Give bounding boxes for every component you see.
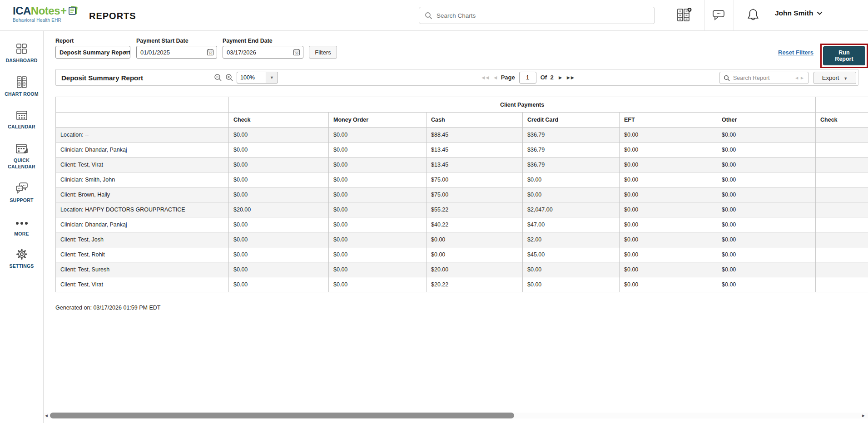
- scrollbar-thumb[interactable]: [50, 413, 514, 418]
- amount-cell: $0.00: [329, 187, 427, 202]
- chevron-down-icon: [817, 11, 823, 15]
- first-page-button[interactable]: ◄◄: [481, 74, 489, 81]
- search-report-input[interactable]: [733, 75, 783, 81]
- group-header-row: Client Payments: [56, 97, 868, 113]
- amount-cell: $0.00: [229, 247, 329, 262]
- zoom-dropdown-button[interactable]: ▼: [266, 72, 278, 84]
- column-header: EFT: [620, 113, 717, 128]
- row-label-cell: Client: Test, Suresh: [56, 262, 229, 277]
- new-chart-cabinet-icon[interactable]: [676, 7, 693, 23]
- amount-cell: $0.00: [620, 247, 717, 262]
- sidebar-item-support[interactable]: SUPPORT: [1, 182, 43, 203]
- sidebar-item-more[interactable]: MORE: [1, 216, 43, 237]
- search-charts-input[interactable]: [436, 12, 649, 19]
- sidebar-item-label: QUICK CALENDAR: [8, 157, 36, 170]
- notifications-bell-icon[interactable]: [746, 8, 760, 22]
- amount-cell: $0.00: [717, 277, 816, 292]
- search-prev-icon[interactable]: ◄: [794, 75, 800, 80]
- user-name: John Smith: [775, 9, 813, 17]
- scroll-left-icon[interactable]: ◄: [44, 413, 49, 418]
- last-page-button[interactable]: ►►: [566, 74, 574, 81]
- amount-cell: $0.00: [717, 262, 816, 277]
- amount-cell: $20.00: [427, 262, 523, 277]
- search-report-box[interactable]: ◄►: [719, 72, 808, 84]
- amount-cell: $36.79: [523, 143, 620, 157]
- next-page-button[interactable]: ►: [558, 74, 562, 81]
- messages-icon[interactable]: [712, 9, 725, 21]
- user-menu[interactable]: John Smith: [775, 9, 823, 17]
- sidebar-item-dashboard[interactable]: DASHBOARD: [1, 43, 43, 64]
- calendar-icon: [15, 109, 28, 121]
- amount-cell: $75.00: [427, 187, 523, 202]
- amount-cell: [816, 217, 868, 232]
- calendar-picker-icon[interactable]: 30: [293, 49, 300, 56]
- amount-cell: $0.00: [620, 217, 717, 232]
- zoom-level-input[interactable]: [237, 72, 266, 84]
- group-header-cell: [56, 97, 229, 113]
- export-button[interactable]: Export▼: [813, 72, 856, 84]
- row-label-cell: Client: Test, Virat: [56, 277, 229, 292]
- sidebar-nav: DASHBOARD CHART ROOM CALENDAR: [0, 31, 44, 423]
- amount-cell: $0.00: [427, 247, 523, 262]
- row-label-cell: Clinician: Dhandar, Pankaj: [56, 217, 229, 232]
- generated-timestamp: Generated on: 03/17/2026 01:59 PM EDT: [55, 305, 160, 311]
- amount-cell: $0.00: [717, 247, 816, 262]
- svg-text:30: 30: [209, 52, 213, 55]
- amount-cell: $0.00: [620, 187, 717, 202]
- run-report-highlight: Run Report: [820, 44, 868, 68]
- zoom-in-icon[interactable]: [225, 74, 233, 82]
- amount-cell: $0.00: [329, 128, 427, 143]
- start-date-input[interactable]: [140, 49, 199, 56]
- sidebar-item-settings[interactable]: SETTINGS: [1, 248, 43, 269]
- amount-cell: $0.00: [329, 247, 427, 262]
- table-row: Client: Test, Josh$0.00$0.00$0.00$2.00$0…: [56, 232, 868, 247]
- amount-cell: $0.00: [329, 143, 427, 157]
- main-content: Report Deposit Summary Report ▼ Payment …: [44, 31, 868, 423]
- amount-cell: $0.00: [329, 202, 427, 217]
- table-row: Clinician: Dhandar, Pankaj$0.00$0.00$13.…: [56, 143, 868, 157]
- scroll-right-icon[interactable]: ►: [861, 413, 866, 418]
- report-select-value: Deposit Summary Report: [60, 49, 130, 56]
- table-row: Clinician: Dhandar, Pankaj$0.00$0.00$40.…: [56, 217, 868, 232]
- svg-text:30: 30: [295, 52, 299, 55]
- end-date-input[interactable]: [227, 49, 286, 56]
- report-table: Client PaymentsCheckMoney OrderCashCredi…: [55, 97, 868, 292]
- report-select[interactable]: Deposit Summary Report ▼: [55, 46, 130, 59]
- zoom-out-icon[interactable]: [214, 74, 222, 82]
- sidebar-item-chart-room[interactable]: CHART ROOM: [1, 76, 43, 97]
- logo-document-icon: [68, 5, 79, 16]
- column-header: Credit Card: [523, 113, 620, 128]
- support-chat-icon: [15, 182, 29, 195]
- previous-page-button[interactable]: ◄: [493, 74, 497, 81]
- amount-cell: $0.00: [229, 262, 329, 277]
- top-bar: ICANotes+ Behavioral Health EHR REPORTS: [0, 0, 868, 31]
- sidebar-item-quick-calendar[interactable]: QUICK CALENDAR: [1, 143, 43, 170]
- row-label-cell: Client: Brown, Haily: [56, 187, 229, 202]
- amount-cell: $75.00: [427, 172, 523, 187]
- search-charts-box[interactable]: [419, 7, 655, 24]
- amount-cell: $0.00: [717, 217, 816, 232]
- amount-cell: $0.00: [229, 157, 329, 172]
- zoom-level-combo[interactable]: ▼: [237, 72, 278, 84]
- filters-button[interactable]: Filters: [309, 46, 337, 59]
- icanotes-logo: ICANotes+ Behavioral Health EHR: [13, 5, 81, 23]
- of-label: Of: [541, 74, 547, 81]
- row-label-cell: Client: Test, Josh: [56, 232, 229, 247]
- row-label-cell: Client: Test, Rohit: [56, 247, 229, 262]
- amount-cell: $0.00: [620, 262, 717, 277]
- end-date-field[interactable]: 30: [223, 46, 303, 59]
- amount-cell: $0.00: [523, 262, 620, 277]
- column-header: Cash: [427, 113, 523, 128]
- reset-filters-link[interactable]: Reset Filters: [778, 49, 813, 56]
- table-row: Client: Test, Virat$0.00$0.00$13.45$36.7…: [56, 157, 868, 172]
- start-date-field[interactable]: 30: [136, 46, 217, 59]
- search-next-icon[interactable]: ►: [800, 75, 805, 80]
- calendar-picker-icon[interactable]: 30: [207, 49, 214, 56]
- run-report-button[interactable]: Run Report: [823, 46, 865, 65]
- page-number-input[interactable]: [519, 72, 536, 84]
- amount-cell: $0.00: [229, 277, 329, 292]
- table-row: Client: Test, Rohit$0.00$0.00$0.00$45.00…: [56, 247, 868, 262]
- report-table-wrap: Client PaymentsCheckMoney OrderCashCredi…: [55, 97, 868, 292]
- sidebar-item-calendar[interactable]: CALENDAR: [1, 109, 43, 130]
- topbar-divider: [734, 0, 734, 30]
